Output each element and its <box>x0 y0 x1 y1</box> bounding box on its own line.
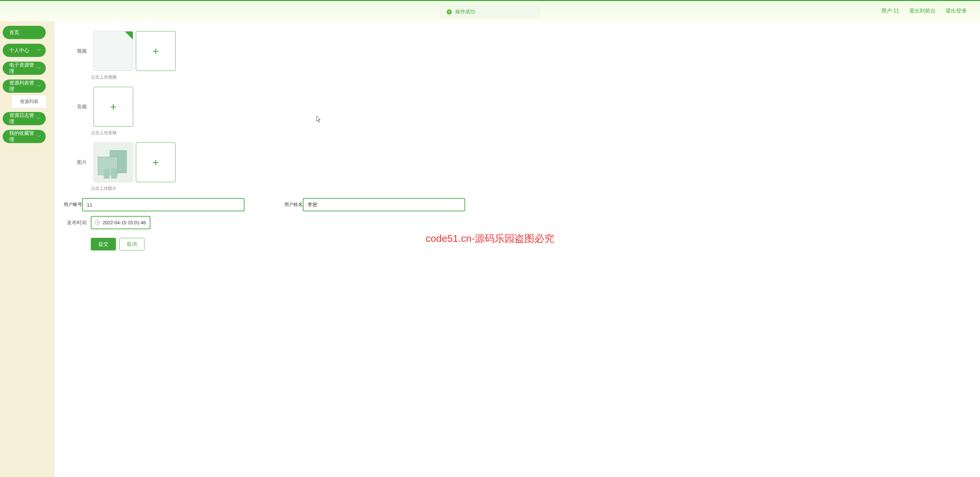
chevron-down-icon: ﹀ <box>37 134 41 140</box>
nav-resource-log[interactable]: 资源日志管理 ﹀ <box>3 112 46 125</box>
name-label: 用户姓名 <box>284 202 303 208</box>
toast-text: 操作成功 <box>455 9 475 15</box>
exit-front-link[interactable]: 退出到前台 <box>909 8 935 14</box>
chevron-down-icon: ﹀ <box>37 83 41 89</box>
chevron-down-icon: ﹀ <box>37 116 41 122</box>
nav-resource-list-sub[interactable]: 资源列表 <box>12 95 46 108</box>
video-existing-thumb[interactable] <box>94 31 133 71</box>
sidebar: 首页 个人中心 ﹀ 电子资源管理 ﹀ 资源列表管理 ﹀ 资源列表 资源日志管理 … <box>0 21 54 477</box>
nav-my-favorites[interactable]: 我的收藏管理 ﹀ <box>3 130 46 143</box>
nav-eresource[interactable]: 电子资源管理 ﹀ <box>3 62 46 75</box>
video-hint: 点击上传视频 <box>91 74 967 80</box>
submit-button[interactable]: 提交 <box>91 238 116 250</box>
product-image <box>94 143 133 182</box>
account-label: 用户账号 <box>64 202 82 208</box>
video-upload-add[interactable]: + <box>136 31 176 71</box>
nav-resource-list[interactable]: 资源列表管理 ﹀ <box>3 80 46 93</box>
publish-datetime-picker[interactable]: 2022-04-15 15:01:46 <box>91 216 150 229</box>
nav-personal[interactable]: 个人中心 ﹀ <box>3 44 46 57</box>
audio-upload-add[interactable]: + <box>94 87 133 127</box>
logout-link[interactable]: 退出登录 <box>945 8 967 14</box>
vertical-divider <box>54 21 54 477</box>
top-header: ✓ 操作成功 用户 11 退出到前台 退出登录 <box>0 0 980 21</box>
audio-label: 音频 <box>64 104 87 110</box>
plus-icon: + <box>153 156 159 169</box>
image-upload-add[interactable]: + <box>136 142 176 182</box>
nav-home[interactable]: 首页 <box>3 26 46 39</box>
check-icon: ✓ <box>447 9 452 14</box>
name-input[interactable] <box>303 198 465 211</box>
audio-hint: 点击上传音频 <box>91 130 967 136</box>
plus-icon: + <box>153 45 159 58</box>
user-link[interactable]: 用户 11 <box>881 8 899 14</box>
publish-label: 发布时间 <box>64 219 87 226</box>
success-toast: ✓ 操作成功 <box>440 6 540 18</box>
video-label: 视频 <box>64 48 87 54</box>
corner-check-icon <box>125 32 133 40</box>
publish-value: 2022-04-15 15:01:46 <box>103 220 146 225</box>
image-label: 图片 <box>64 159 87 165</box>
account-input[interactable] <box>82 198 245 211</box>
chevron-down-icon: ﹀ <box>37 48 41 53</box>
plus-icon: + <box>110 100 117 113</box>
cancel-button[interactable]: 取消 <box>119 238 145 250</box>
main-content: 视频 + 点击上传视频 音频 + 点击上传音频 图片 <box>54 21 980 477</box>
clock-icon <box>95 220 100 225</box>
image-hint: 点击上传图片 <box>91 186 967 191</box>
image-existing-thumb[interactable] <box>94 142 133 182</box>
chevron-down-icon: ﹀ <box>37 65 41 71</box>
